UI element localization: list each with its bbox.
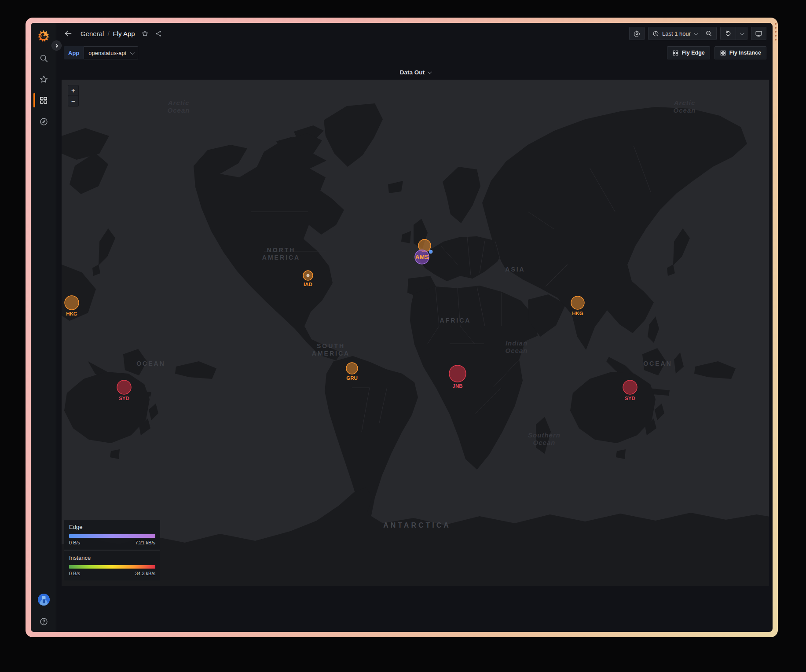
variable-name: App (64, 46, 84, 59)
star-dashboard-icon[interactable] (141, 30, 149, 37)
map-marker-hkg[interactable]: HKG (571, 296, 584, 316)
share-icon[interactable] (155, 30, 162, 37)
dashboard-header: General / Fly App (57, 23, 773, 44)
breadcrumb-separator: / (107, 30, 109, 37)
zoom-out-icon (705, 30, 712, 37)
map-geo-label: ArcticOcean (168, 99, 190, 114)
panel-title[interactable]: Data Out (400, 69, 425, 76)
chevron-right-icon (54, 44, 58, 47)
svg-text:JNB: JNB (452, 383, 462, 389)
breadcrumb: General / Fly App (81, 30, 135, 37)
map-geo-label: AFRICA (440, 317, 471, 324)
chevron-down-icon (694, 31, 698, 35)
chevron-down-icon (740, 31, 744, 35)
breadcrumb-page-title: Fly App (113, 30, 135, 37)
sidebar-item-profile[interactable] (31, 591, 56, 608)
link-fly-edge[interactable]: Fly Edge (667, 46, 710, 59)
arrow-left-icon (64, 29, 73, 38)
time-range-group: Last 1 hour (648, 27, 717, 40)
sidebar-expand-button[interactable] (51, 40, 62, 51)
map-marker-ams[interactable]: AMS (415, 250, 429, 264)
map-geo-label: ArcticOcean (674, 99, 696, 114)
back-button[interactable] (64, 29, 73, 38)
svg-text:SYD: SYD (625, 396, 635, 401)
compass-icon (39, 117, 48, 126)
window-frame: General / Fly App (26, 18, 778, 637)
legend-max: 7.21 kB/s (135, 540, 155, 545)
world-map: ArcticOceanArcticOceanNORTHAMERICAASIAAF… (62, 80, 769, 586)
legend-gradient-instance (69, 565, 155, 569)
monitor-icon (755, 30, 762, 37)
map-geo-label: ANTARCTICA (383, 521, 451, 529)
grafana-app: General / Fly App (31, 23, 773, 632)
sidebar-item-search[interactable] (31, 49, 56, 67)
sidebar-item-dashboards[interactable] (31, 92, 56, 109)
legend-min: 0 B/s (69, 571, 80, 576)
legend-title: Instance (69, 554, 155, 561)
refresh-button[interactable] (721, 27, 736, 40)
map-geo-label: IndianOcean (506, 339, 528, 354)
chevron-down-icon (428, 70, 432, 74)
breadcrumb-section[interactable]: General (81, 30, 104, 37)
svg-text:GRU: GRU (346, 375, 358, 381)
refresh-group (720, 27, 747, 40)
map-marker-gru[interactable]: GRU (346, 363, 358, 381)
user-avatar-icon (38, 594, 50, 606)
refresh-icon (725, 30, 732, 37)
variable-app-value: openstatus-api (88, 50, 126, 56)
geomap-panel[interactable]: ArcticOceanArcticOceanNORTHAMERICAASIAAF… (62, 80, 769, 586)
map-legend: Edge 0 B/s 7.21 kB/s Instance 0 B/s 34.3… (64, 520, 160, 580)
map-marker-hkg[interactable]: HKG (65, 296, 79, 316)
map-geo-label: SOUTHAMERICA (312, 342, 350, 357)
dashboards-icon (39, 96, 48, 105)
svg-text:SYD: SYD (119, 396, 129, 401)
link-label: Fly Instance (729, 50, 761, 56)
main-area: General / Fly App (57, 23, 773, 632)
sidebar-item-starred[interactable] (31, 70, 56, 88)
map-geo-label: OCEAN (136, 360, 165, 367)
map-marker-iad[interactable]: IAD (303, 271, 313, 287)
grafana-logo-icon (37, 29, 50, 43)
map-geo-label: OCEAN (643, 360, 672, 367)
variables-bar: App openstatus-api Fly Edge (57, 44, 773, 62)
svg-text:HKG: HKG (66, 311, 77, 316)
star-icon (39, 75, 48, 84)
panel-header[interactable]: Data Out (62, 65, 769, 80)
tv-mode-button[interactable] (751, 27, 766, 40)
chevron-down-icon (130, 50, 135, 55)
map-zoom-in-button[interactable]: + (68, 85, 78, 95)
map-geo-label: NORTHAMERICA (262, 246, 300, 261)
variable-app-dropdown[interactable]: openstatus-api (84, 46, 138, 59)
svg-text:AMS: AMS (415, 253, 429, 261)
svg-text:HKG: HKG (572, 311, 583, 316)
sidebar-item-help[interactable] (31, 613, 56, 630)
refresh-interval-dropdown[interactable] (736, 27, 747, 40)
time-zoom-out-button[interactable] (701, 27, 716, 40)
map-marker-syd[interactable]: SYD (623, 380, 637, 401)
help-icon (39, 617, 48, 626)
legend-instance: Instance 0 B/s 34.3 kB/s (64, 550, 160, 580)
map-zoom-controls: + − (68, 85, 79, 106)
apps-icon (672, 50, 679, 56)
gear-icon (633, 30, 641, 37)
search-icon (39, 54, 48, 63)
time-range-label: Last 1 hour (662, 30, 691, 37)
legend-title: Edge (69, 524, 155, 530)
svg-text:IAD: IAD (304, 282, 312, 287)
sidebar-item-explore[interactable] (31, 113, 56, 130)
clock-icon (652, 30, 659, 37)
map-marker-blue[interactable] (429, 250, 432, 253)
legend-min: 0 B/s (69, 540, 80, 545)
legend-gradient-edge (69, 534, 155, 538)
map-marker-syd[interactable]: SYD (117, 380, 131, 401)
sidebar (31, 23, 56, 632)
scroll-dots (775, 23, 777, 40)
apps-icon (720, 50, 726, 56)
map-geo-label: ASIA (505, 266, 525, 273)
link-fly-instance[interactable]: Fly Instance (714, 46, 766, 59)
link-label: Fly Edge (682, 50, 705, 56)
map-zoom-out-button[interactable]: − (68, 96, 78, 106)
time-range-picker[interactable]: Last 1 hour (648, 27, 701, 40)
dashboard-settings-button[interactable] (629, 27, 645, 40)
legend-max: 34.3 kB/s (135, 571, 155, 576)
